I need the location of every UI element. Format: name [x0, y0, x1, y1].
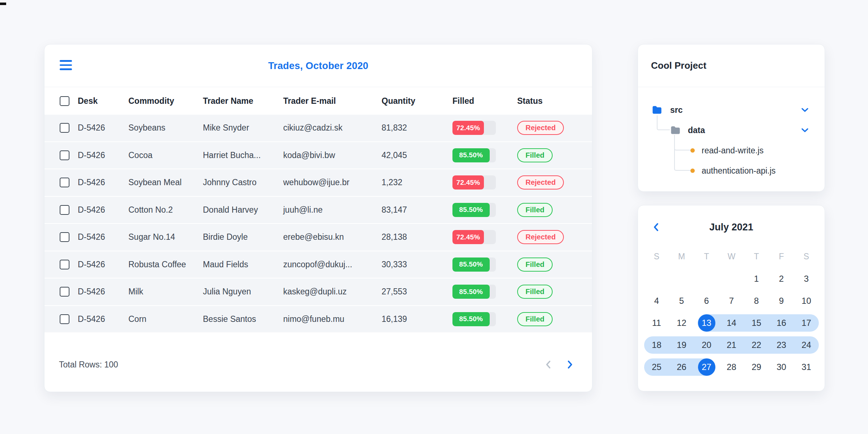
trades-header: Trades, October 2020 [44, 44, 592, 87]
calendar-day[interactable]: 31 [794, 356, 819, 378]
tree-item-label: data [688, 125, 705, 135]
table-row: D-5426SoybeansMike Snydercikiuz@cadzi.sk… [44, 115, 592, 142]
calendar-day-number: 9 [773, 292, 790, 310]
tree-item-read-and-write-js[interactable]: read-and-write.js [638, 140, 825, 161]
calendar-day-number: 8 [748, 292, 765, 310]
cell-quantity: 27,553 [382, 287, 452, 297]
fill-progress-bar: 85.50% [452, 312, 496, 326]
status-badge: Rejected [517, 230, 564, 244]
calendar-day-number: 7 [723, 292, 740, 310]
cell-desk: D-5426 [78, 178, 128, 187]
status-badge: Filled [517, 285, 553, 299]
tree-item-authentication-api-js[interactable]: authentication-api.js [638, 161, 825, 181]
pagination-prev-icon[interactable] [542, 357, 554, 372]
row-checkbox[interactable] [60, 123, 69, 133]
calendar-day[interactable]: 15 [744, 312, 769, 334]
calendar-day[interactable]: 14 [719, 312, 744, 334]
project-card-title: Cool Project [638, 44, 825, 87]
calendar-day[interactable]: 17 [794, 312, 819, 334]
cell-quantity: 28,138 [382, 232, 452, 242]
calendar-day-number: 11 [648, 314, 665, 332]
calendar-day[interactable]: 18 [644, 334, 669, 356]
calendar-day[interactable]: 5 [669, 290, 694, 312]
calendar-day[interactable]: 3 [794, 268, 819, 290]
calendar-day[interactable]: 24 [794, 334, 819, 356]
status-badge: Filled [517, 148, 553, 162]
calendar-day-number: 26 [673, 358, 690, 376]
tree-item-src[interactable]: src [638, 100, 825, 120]
calendar-day[interactable]: 28 [719, 356, 744, 378]
table-row: D-5426CocoaHarriet Bucha...koda@bivi.bw4… [44, 142, 592, 170]
calendar-day[interactable]: 30 [769, 356, 794, 378]
cell-commodity: Robusta Coffee [128, 260, 203, 269]
table-row: D-5426CornBessie Santosnimo@funeb.mu16,1… [44, 306, 592, 333]
row-checkbox[interactable] [60, 260, 69, 269]
calendar-day[interactable]: 7 [719, 290, 744, 312]
calendar-day[interactable]: 25 [644, 356, 669, 378]
select-all-checkbox[interactable] [60, 96, 69, 106]
stray-mark [0, 3, 6, 5]
calendar-card: July 2021 SMTWTFS 1234567891011121314151… [638, 205, 825, 391]
calendar-day[interactable]: 22 [744, 334, 769, 356]
progress-label: 85.50% [459, 206, 483, 214]
cell-trader-name: Maud Fields [203, 260, 283, 269]
cell-trader-name: Donald Harvey [203, 205, 283, 215]
fill-progress-bar: 85.50% [452, 258, 496, 272]
weekday-label: S [794, 249, 819, 264]
fill-progress-bar: 85.50% [452, 148, 496, 162]
row-checkbox[interactable] [60, 232, 69, 242]
row-checkbox[interactable] [60, 150, 69, 160]
calendar-day[interactable]: 1 [744, 268, 769, 290]
pagination-next-icon[interactable] [564, 357, 576, 372]
row-checkbox[interactable] [60, 178, 69, 187]
file-dot-icon [690, 148, 695, 153]
progress-fill: 72.45% [452, 175, 484, 190]
cell-quantity: 81,832 [382, 123, 452, 133]
calendar-day[interactable]: 26 [669, 356, 694, 378]
cell-trader-name: Johnny Castro [203, 178, 283, 187]
tree-item-label: src [670, 105, 683, 115]
fill-progress-bar: 72.45% [452, 121, 496, 135]
trades-card: Trades, October 2020 DeskCommodityTrader… [44, 44, 592, 392]
weekday-label: M [669, 249, 694, 264]
calendar-day[interactable]: 27 [694, 356, 719, 378]
tree-item-label: read-and-write.js [702, 146, 763, 156]
cell-trader-name: Harriet Bucha... [203, 150, 283, 160]
calendar-day[interactable]: 11 [644, 312, 669, 334]
cell-status: Filled [517, 285, 592, 299]
calendar-day[interactable]: 12 [669, 312, 694, 334]
calendar-week-row: 25262728293031 [644, 356, 819, 378]
calendar-day[interactable]: 16 [769, 312, 794, 334]
tree-item-data[interactable]: data [638, 120, 825, 140]
calendar-day[interactable]: 23 [769, 334, 794, 356]
calendar-day[interactable]: 21 [719, 334, 744, 356]
cell-desk: D-5426 [78, 260, 128, 269]
cell-quantity: 16,139 [382, 314, 452, 324]
cell-filled: 72.45% [452, 230, 517, 244]
calendar-day-number: 29 [748, 358, 765, 376]
column-header-trader-e-mail: Trader E-mail [283, 96, 382, 106]
calendar-day[interactable]: 29 [744, 356, 769, 378]
file-tree: srcdataread-and-write.jsauthentication-a… [638, 87, 825, 192]
column-header-trader-name: Trader Name [203, 96, 283, 106]
cell-quantity: 83,147 [382, 205, 452, 215]
calendar-day[interactable]: 19 [669, 334, 694, 356]
calendar-day[interactable]: 2 [769, 268, 794, 290]
calendar-day[interactable]: 20 [694, 334, 719, 356]
cell-filled: 72.45% [452, 121, 517, 135]
chevron-down-icon[interactable] [801, 107, 809, 113]
calendar-day[interactable]: 10 [794, 290, 819, 312]
calendar-day[interactable]: 6 [694, 290, 719, 312]
calendar-day[interactable]: 13 [694, 312, 719, 334]
calendar-day-number: 24 [798, 336, 815, 354]
calendar-day[interactable]: 4 [644, 290, 669, 312]
row-checkbox[interactable] [60, 205, 69, 215]
calendar-day-number: 1 [748, 270, 765, 288]
calendar-day[interactable]: 9 [769, 290, 794, 312]
status-badge: Rejected [517, 121, 564, 135]
chevron-down-icon[interactable] [801, 128, 809, 133]
row-checkbox[interactable] [60, 314, 69, 324]
row-checkbox[interactable] [60, 287, 69, 297]
calendar-day[interactable]: 8 [744, 290, 769, 312]
cell-trader-name: Bessie Santos [203, 314, 283, 324]
